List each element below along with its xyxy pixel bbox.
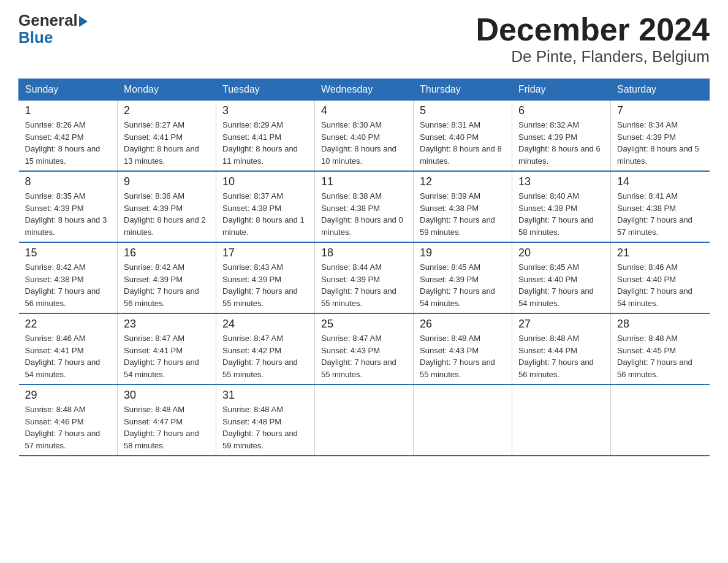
- day-number: 7: [617, 104, 703, 117]
- calendar-cell: 9 Sunrise: 8:36 AMSunset: 4:39 PMDayligh…: [118, 171, 216, 242]
- day-number: 19: [420, 247, 506, 259]
- day-info: Sunrise: 8:27 AMSunset: 4:41 PMDaylight:…: [124, 120, 199, 166]
- day-number: 31: [222, 389, 308, 402]
- calendar-cell: 19 Sunrise: 8:45 AMSunset: 4:39 PMDaylig…: [414, 242, 512, 313]
- calendar-cell: 2 Sunrise: 8:27 AMSunset: 4:41 PMDayligh…: [118, 101, 216, 172]
- title-block: December 2024 De Pinte, Flanders, Belgiu…: [476, 12, 710, 66]
- day-number: 4: [321, 104, 407, 117]
- day-info: Sunrise: 8:38 AMSunset: 4:38 PMDaylight:…: [321, 191, 403, 237]
- day-number: 12: [420, 175, 506, 188]
- day-info: Sunrise: 8:47 AMSunset: 4:43 PMDaylight:…: [321, 334, 396, 379]
- day-number: 25: [321, 318, 407, 331]
- calendar-cell: 10 Sunrise: 8:37 AMSunset: 4:38 PMDaylig…: [216, 171, 315, 242]
- day-info: Sunrise: 8:48 AMSunset: 4:43 PMDaylight:…: [420, 334, 495, 379]
- calendar-cell: 8 Sunrise: 8:35 AMSunset: 4:39 PMDayligh…: [19, 171, 118, 242]
- day-info: Sunrise: 8:46 AMSunset: 4:41 PMDaylight:…: [25, 334, 100, 379]
- calendar-cell: [512, 385, 611, 456]
- day-info: Sunrise: 8:37 AMSunset: 4:38 PMDaylight:…: [222, 191, 305, 237]
- day-info: Sunrise: 8:32 AMSunset: 4:39 PMDaylight:…: [518, 120, 601, 166]
- logo-text-blue: Blue: [18, 29, 53, 45]
- day-info: Sunrise: 8:40 AMSunset: 4:38 PMDaylight:…: [518, 191, 594, 237]
- calendar-cell: 24 Sunrise: 8:47 AMSunset: 4:42 PMDaylig…: [216, 313, 315, 385]
- calendar-cell: 3 Sunrise: 8:29 AMSunset: 4:41 PMDayligh…: [216, 101, 315, 172]
- day-info: Sunrise: 8:29 AMSunset: 4:41 PMDaylight:…: [222, 120, 298, 166]
- day-info: Sunrise: 8:42 AMSunset: 4:38 PMDaylight:…: [25, 262, 100, 308]
- calendar-cell: 29 Sunrise: 8:48 AMSunset: 4:46 PMDaylig…: [19, 385, 118, 456]
- day-info: Sunrise: 8:47 AMSunset: 4:42 PMDaylight:…: [222, 334, 298, 379]
- day-info: Sunrise: 8:36 AMSunset: 4:39 PMDaylight:…: [124, 191, 206, 237]
- calendar-cell: 27 Sunrise: 8:48 AMSunset: 4:44 PMDaylig…: [512, 313, 611, 385]
- calendar-cell: 13 Sunrise: 8:40 AMSunset: 4:38 PMDaylig…: [512, 171, 611, 242]
- week-row-2: 8 Sunrise: 8:35 AMSunset: 4:39 PMDayligh…: [19, 171, 710, 242]
- day-info: Sunrise: 8:48 AMSunset: 4:48 PMDaylight:…: [222, 405, 298, 450]
- week-row-4: 22 Sunrise: 8:46 AMSunset: 4:41 PMDaylig…: [19, 313, 710, 385]
- day-number: 8: [25, 175, 112, 188]
- day-info: Sunrise: 8:48 AMSunset: 4:46 PMDaylight:…: [25, 405, 100, 450]
- calendar-cell: 22 Sunrise: 8:46 AMSunset: 4:41 PMDaylig…: [19, 313, 118, 385]
- day-number: 9: [124, 175, 210, 188]
- day-info: Sunrise: 8:43 AMSunset: 4:39 PMDaylight:…: [222, 262, 298, 308]
- day-info: Sunrise: 8:34 AMSunset: 4:39 PMDaylight:…: [617, 120, 699, 166]
- day-info: Sunrise: 8:48 AMSunset: 4:47 PMDaylight:…: [124, 405, 199, 450]
- calendar-cell: 30 Sunrise: 8:48 AMSunset: 4:47 PMDaylig…: [118, 385, 216, 456]
- day-info: Sunrise: 8:26 AMSunset: 4:42 PMDaylight:…: [25, 120, 100, 166]
- col-header-thursday: Thursday: [414, 79, 512, 101]
- day-info: Sunrise: 8:31 AMSunset: 4:40 PMDaylight:…: [420, 120, 502, 166]
- calendar-cell: 21 Sunrise: 8:46 AMSunset: 4:40 PMDaylig…: [611, 242, 710, 313]
- col-header-tuesday: Tuesday: [216, 79, 315, 101]
- day-number: 16: [124, 247, 210, 259]
- week-row-3: 15 Sunrise: 8:42 AMSunset: 4:38 PMDaylig…: [19, 242, 710, 313]
- week-row-1: 1 Sunrise: 8:26 AMSunset: 4:42 PMDayligh…: [19, 101, 710, 172]
- day-info: Sunrise: 8:48 AMSunset: 4:44 PMDaylight:…: [518, 334, 594, 379]
- week-row-5: 29 Sunrise: 8:48 AMSunset: 4:46 PMDaylig…: [19, 385, 710, 456]
- day-number: 10: [222, 175, 308, 188]
- calendar-cell: 23 Sunrise: 8:47 AMSunset: 4:41 PMDaylig…: [118, 313, 216, 385]
- day-info: Sunrise: 8:39 AMSunset: 4:38 PMDaylight:…: [420, 191, 495, 237]
- calendar-subtitle: De Pinte, Flanders, Belgium: [476, 47, 710, 66]
- calendar-cell: [315, 385, 414, 456]
- day-info: Sunrise: 8:42 AMSunset: 4:39 PMDaylight:…: [124, 262, 199, 308]
- day-info: Sunrise: 8:30 AMSunset: 4:40 PMDaylight:…: [321, 120, 396, 166]
- calendar-cell: 28 Sunrise: 8:48 AMSunset: 4:45 PMDaylig…: [611, 313, 710, 385]
- calendar-cell: 26 Sunrise: 8:48 AMSunset: 4:43 PMDaylig…: [414, 313, 512, 385]
- day-number: 17: [222, 247, 308, 259]
- day-number: 3: [222, 104, 308, 117]
- day-info: Sunrise: 8:41 AMSunset: 4:38 PMDaylight:…: [617, 191, 692, 237]
- calendar-cell: 6 Sunrise: 8:32 AMSunset: 4:39 PMDayligh…: [512, 101, 611, 172]
- day-info: Sunrise: 8:45 AMSunset: 4:39 PMDaylight:…: [420, 262, 495, 308]
- calendar-header-row: SundayMondayTuesdayWednesdayThursdayFrid…: [19, 79, 710, 101]
- day-number: 26: [420, 318, 506, 331]
- col-header-sunday: Sunday: [19, 79, 118, 101]
- logo: General Blue: [18, 12, 88, 45]
- calendar-cell: 4 Sunrise: 8:30 AMSunset: 4:40 PMDayligh…: [315, 101, 414, 172]
- calendar-cell: 17 Sunrise: 8:43 AMSunset: 4:39 PMDaylig…: [216, 242, 315, 313]
- col-header-wednesday: Wednesday: [315, 79, 414, 101]
- day-number: 28: [617, 318, 703, 331]
- page-header: General Blue December 2024 De Pinte, Fla…: [18, 12, 710, 66]
- day-info: Sunrise: 8:46 AMSunset: 4:40 PMDaylight:…: [617, 262, 692, 308]
- day-number: 29: [25, 389, 112, 402]
- day-number: 1: [25, 104, 112, 117]
- day-number: 13: [518, 175, 604, 188]
- calendar-cell: 7 Sunrise: 8:34 AMSunset: 4:39 PMDayligh…: [611, 101, 710, 172]
- day-number: 6: [518, 104, 604, 117]
- day-number: 24: [222, 318, 308, 331]
- calendar-cell: [611, 385, 710, 456]
- day-info: Sunrise: 8:35 AMSunset: 4:39 PMDaylight:…: [25, 191, 107, 237]
- day-number: 30: [124, 389, 210, 402]
- calendar-cell: 18 Sunrise: 8:44 AMSunset: 4:39 PMDaylig…: [315, 242, 414, 313]
- calendar-cell: 15 Sunrise: 8:42 AMSunset: 4:38 PMDaylig…: [19, 242, 118, 313]
- day-number: 14: [617, 175, 703, 188]
- calendar-title: December 2024: [476, 12, 710, 47]
- calendar-table: SundayMondayTuesdayWednesdayThursdayFrid…: [18, 79, 710, 456]
- calendar-cell: 12 Sunrise: 8:39 AMSunset: 4:38 PMDaylig…: [414, 171, 512, 242]
- day-info: Sunrise: 8:44 AMSunset: 4:39 PMDaylight:…: [321, 262, 396, 308]
- calendar-cell: 25 Sunrise: 8:47 AMSunset: 4:43 PMDaylig…: [315, 313, 414, 385]
- day-number: 15: [25, 247, 112, 259]
- day-number: 5: [420, 104, 506, 117]
- calendar-cell: 5 Sunrise: 8:31 AMSunset: 4:40 PMDayligh…: [414, 101, 512, 172]
- day-number: 27: [518, 318, 604, 331]
- day-info: Sunrise: 8:48 AMSunset: 4:45 PMDaylight:…: [617, 334, 692, 379]
- day-number: 22: [25, 318, 112, 331]
- day-number: 18: [321, 247, 407, 259]
